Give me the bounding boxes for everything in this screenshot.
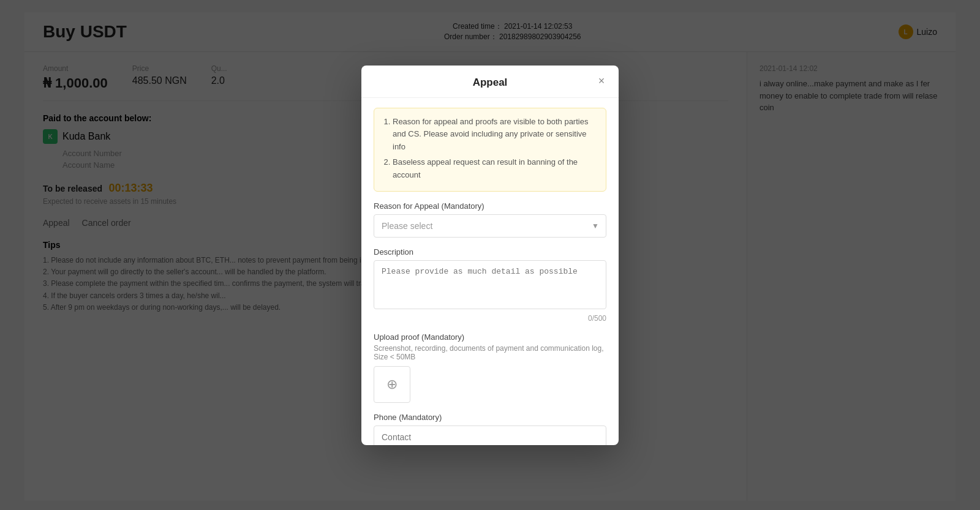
phone-group: Phone (Mandatory)	[374, 413, 606, 444]
warning-2: Baseless appeal request can result in ba…	[393, 156, 597, 182]
modal-header: Appeal ×	[361, 66, 619, 98]
description-group: Description 0/500	[374, 247, 606, 323]
modal-body: Reason for appeal and proofs are visible…	[361, 98, 619, 445]
upload-label: Upload proof (Mandatory)	[374, 332, 606, 342]
upload-group: Upload proof (Mandatory) Screenshot, rec…	[374, 332, 606, 403]
modal-title: Appeal	[473, 77, 508, 89]
reason-group: Reason for Appeal (Mandatory) Please sel…	[374, 201, 606, 238]
warning-1: Reason for appeal and proofs are visible…	[393, 116, 597, 154]
char-count: 0/500	[374, 314, 606, 323]
description-label: Description	[374, 247, 606, 257]
upload-icon: ⊕	[386, 377, 398, 392]
reason-select-wrapper: Please select ▼	[374, 214, 606, 238]
appeal-modal: Appeal × Reason for appeal and proofs ar…	[361, 66, 619, 445]
upload-button[interactable]: ⊕	[374, 366, 410, 403]
warning-box: Reason for appeal and proofs are visible…	[374, 108, 606, 192]
description-textarea[interactable]	[374, 260, 606, 309]
phone-label: Phone (Mandatory)	[374, 413, 606, 422]
close-button[interactable]: ×	[594, 74, 609, 89]
upload-hint: Screenshot, recording, documents of paym…	[374, 344, 606, 361]
reason-label: Reason for Appeal (Mandatory)	[374, 201, 606, 211]
reason-select[interactable]: Please select	[374, 214, 606, 238]
phone-input[interactable]	[374, 426, 606, 444]
modal-overlay: Appeal × Reason for appeal and proofs ar…	[0, 0, 980, 510]
